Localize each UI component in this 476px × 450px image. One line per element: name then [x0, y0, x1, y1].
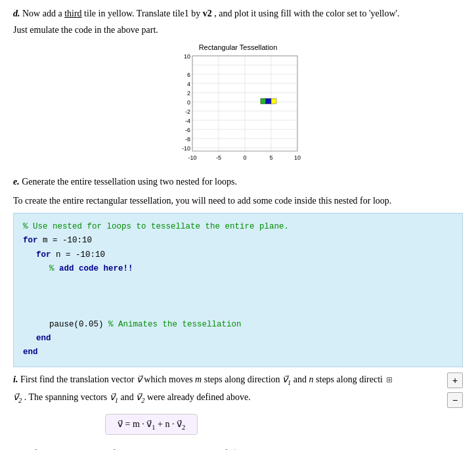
main-content: d. Now add a third tile in yellow. Trans… [13, 7, 463, 450]
code-line-6 [23, 290, 453, 304]
side-buttons: + − [447, 372, 463, 408]
section-i-text3: steps along direction [204, 374, 282, 384]
section-i-vecv1: v⃗1 [282, 374, 291, 384]
section-i-text6: . The spanning vectors [24, 392, 110, 402]
section-d-text2: tile in yellow. Translate tile1 by [84, 9, 203, 18]
section-e: e. Generate the entire tessellation usin… [13, 175, 463, 189]
section-i-text1: First find the translation vector [20, 374, 137, 384]
plus-button[interactable]: + [447, 372, 463, 388]
y-label-n8: -8 [184, 136, 190, 143]
section-d-text4: Just emulate the code in the above part. [13, 23, 463, 37]
x-label-10: 10 [293, 154, 300, 161]
section-i-vecv2b: v⃗2 [136, 392, 144, 402]
y-label-n2: -2 [184, 108, 190, 115]
code-line-3: for n = -10:10 [23, 248, 453, 262]
section-d-third: third [64, 9, 81, 18]
grid-lines [192, 56, 297, 151]
code-line-7 [23, 304, 453, 318]
section-i-and2: and [121, 392, 137, 402]
section-i-text5: steps along directi [316, 374, 383, 384]
y-label-n6: -6 [184, 127, 190, 133]
x-label-n5: -5 [215, 154, 221, 161]
code-line-10: end [23, 346, 453, 359]
minus-button[interactable]: − [447, 392, 463, 408]
y-label-0: 0 [186, 99, 190, 106]
section-e-description: To create the entire rectangular tessell… [13, 194, 463, 208]
chart-svg: -10 -5 0 5 10 10 6 4 2 0 -2 -4 -6 -8 -10 [173, 53, 304, 164]
y-label-10: 10 [183, 53, 190, 60]
section-d: d. Now add a third tile in yellow. Trans… [13, 7, 463, 37]
section-i-n: n [309, 374, 314, 384]
x-label-n10: -10 [188, 154, 196, 161]
section-i-vecv1b: v⃗1 [110, 392, 118, 402]
y-label-n4: -4 [184, 118, 190, 124]
section-i-vecv2: v⃗2 [13, 392, 22, 402]
section-d-text: d. Now add a third tile in yellow. Trans… [13, 7, 463, 20]
formula-text: v⃗ = m · v⃗1 + n · v⃗2 [118, 419, 185, 429]
chart-wrapper: Rectangular Tessellation [173, 43, 304, 167]
section-i-m: m [195, 374, 202, 384]
code-line-4: % add code here!! [23, 262, 453, 276]
section-i-label: i. [13, 374, 18, 384]
y-label-6: 6 [186, 72, 190, 78]
tile-green [261, 99, 266, 104]
tile-yellow [271, 99, 276, 104]
x-label-0: 0 [243, 154, 246, 161]
section-i: i. First find the translation vector v⃗ … [13, 372, 463, 388]
section-i-vecv: v⃗ [137, 374, 142, 384]
y-label-4: 4 [186, 81, 190, 87]
code-line-1: % Use nested for loops to tessellate the… [23, 220, 453, 234]
section-d-text3: , and plot it using fill with the color … [214, 9, 399, 18]
y-label-2: 2 [186, 90, 190, 97]
code-block: % Use nested for loops to tessellate the… [13, 213, 463, 367]
section-i-line2: v⃗2 . The spanning vectors v⃗1 and v⃗2 w… [13, 390, 463, 406]
code-line-5 [23, 276, 453, 290]
section-i-text2: which moves [144, 374, 195, 384]
section-i-text8: were already defined above. [147, 392, 251, 402]
section-i-wrapper: i. First find the translation vector v⃗ … [13, 372, 463, 406]
tile-blue [266, 99, 271, 104]
section-i-and: and [293, 374, 309, 384]
section-d-v2: v2 [203, 9, 212, 18]
chart-title: Rectangular Tessellation [173, 43, 304, 51]
chart-container: Rectangular Tessellation [13, 43, 463, 167]
section-e-label: e. [13, 177, 20, 187]
code-line-8: pause(0.05) % Animates the tessellation [23, 318, 453, 332]
x-label-5: 5 [269, 154, 272, 161]
section-ii: ii. Define dx and dy as the first and se… [13, 447, 463, 450]
formula-box: v⃗ = m · v⃗1 + n · v⃗2 [105, 414, 198, 436]
section-d-label: d. [13, 9, 20, 18]
code-line-9: end [23, 332, 453, 346]
formula-container: v⃗ = m · v⃗1 + n · v⃗2 [53, 410, 463, 441]
move-icon[interactable]: ⊞ [386, 374, 393, 386]
y-label-n10: -10 [181, 145, 190, 152]
code-line-2: for m = -10:10 [23, 234, 453, 248]
section-e-text: Generate the entire tessellation using t… [22, 177, 237, 187]
section-d-text1: Now add a [22, 9, 64, 18]
